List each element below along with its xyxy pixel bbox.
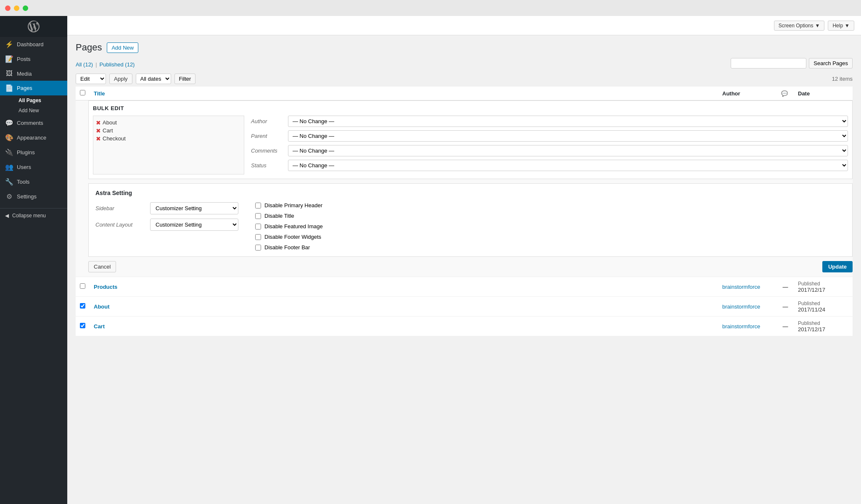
- checkbox-cart[interactable]: [80, 323, 85, 328]
- date-status-cart: Published: [798, 320, 820, 326]
- bulk-action-select[interactable]: Edit Delete: [76, 74, 106, 84]
- search-input[interactable]: [731, 58, 806, 69]
- sidebar-item-media[interactable]: 🖼 Media: [0, 66, 67, 81]
- row-checkbox-products: [76, 277, 90, 297]
- date-filter-select[interactable]: All dates: [136, 74, 171, 84]
- filter-all-link[interactable]: All (12): [76, 61, 93, 68]
- disable-primary-header-checkbox[interactable]: [255, 203, 261, 208]
- add-new-button[interactable]: Add New: [107, 42, 138, 53]
- bulk-field-parent: Parent — No Change —: [251, 130, 848, 142]
- close-button[interactable]: [5, 5, 11, 11]
- astra-checkbox-featured-image: Disable Featured Image: [255, 223, 323, 230]
- checkbox-products[interactable]: [80, 283, 85, 289]
- table-row: Cart brainstormforce — Published 2017/12…: [76, 317, 853, 336]
- filter-button[interactable]: Filter: [174, 74, 196, 84]
- parent-select[interactable]: — No Change —: [288, 130, 848, 142]
- select-all-checkbox[interactable]: [80, 90, 85, 95]
- bulk-page-name-cart: Cart: [103, 127, 113, 134]
- disable-title-label: Disable Title: [264, 213, 294, 219]
- col-header-checkbox: [76, 87, 90, 100]
- author-select[interactable]: — No Change —: [288, 116, 848, 127]
- author-link-about[interactable]: brainstormforce: [722, 303, 760, 310]
- row-title-cart: Cart: [90, 317, 718, 336]
- comments-icon: 💬: [5, 119, 13, 127]
- sidebar-item-comments[interactable]: 💬 Comments: [0, 116, 67, 130]
- bulk-page-name-about: About: [103, 119, 117, 126]
- sidebar-item-dashboard[interactable]: ⚡ Dashboard: [0, 37, 67, 52]
- update-button[interactable]: Update: [822, 261, 853, 272]
- sidebar-item-tools[interactable]: 🔧 Tools: [0, 174, 67, 189]
- row-date-about: Published 2017/11/24: [794, 297, 853, 317]
- sidebar-item-appearance-label: Appearance: [17, 135, 46, 141]
- minimize-button[interactable]: [14, 5, 19, 11]
- remove-about-icon[interactable]: ✖: [96, 120, 101, 126]
- date-value-about: 2017/11/24: [798, 306, 848, 313]
- apply-button[interactable]: Apply: [109, 74, 132, 84]
- collapse-menu[interactable]: ◀ Collapse menu: [0, 208, 67, 223]
- parent-label: Parent: [251, 133, 285, 139]
- help-arrow-icon: ▼: [845, 23, 850, 29]
- astra-sidebar-select[interactable]: Customizer Setting No Sidebar Left Sideb…: [150, 202, 238, 214]
- comments-select[interactable]: — No Change —: [288, 145, 848, 156]
- sidebar-item-settings-label: Settings: [17, 193, 37, 200]
- sidebar-item-pages-label: Pages: [17, 85, 32, 91]
- table-row: About brainstormforce — Published 2017/1…: [76, 297, 853, 317]
- topbar: Screen Options ▼ Help ▼: [67, 16, 861, 35]
- items-count: 12 items: [832, 76, 853, 82]
- sidebar-sub-pages: All Pages Add New: [0, 95, 67, 116]
- pages-table: Title Author 💬 Date: [76, 87, 853, 336]
- disable-footer-widgets-checkbox[interactable]: [255, 234, 261, 240]
- disable-featured-image-checkbox[interactable]: [255, 224, 261, 230]
- screen-options-button[interactable]: Screen Options ▼: [774, 21, 825, 31]
- sidebar-item-pages[interactable]: 📄 Pages: [0, 81, 67, 95]
- collapse-arrow-icon: ◀: [5, 213, 9, 219]
- page-link-cart[interactable]: Cart: [94, 323, 105, 330]
- sidebar-item-posts-label: Posts: [17, 56, 31, 62]
- sidebar: ⚡ Dashboard 📝 Posts 🖼 Media 📄 Pages All …: [0, 16, 67, 504]
- bulk-edit-title: BULK EDIT: [93, 105, 848, 111]
- comments-header-icon: 💬: [781, 90, 788, 97]
- filter-published-link[interactable]: Published (12): [100, 61, 135, 68]
- help-button[interactable]: Help ▼: [828, 21, 854, 31]
- status-select[interactable]: — No Change —: [288, 160, 848, 171]
- sidebar-item-settings[interactable]: ⚙ Settings: [0, 189, 67, 204]
- astra-sidebar-label: Sidebar: [95, 205, 146, 211]
- wordpress-logo: [0, 16, 67, 37]
- disable-footer-bar-checkbox[interactable]: [255, 245, 261, 251]
- sidebar-item-users[interactable]: 👥 Users: [0, 160, 67, 174]
- sidebar-item-posts[interactable]: 📝 Posts: [0, 52, 67, 66]
- checkbox-about[interactable]: [80, 303, 85, 309]
- astra-content-layout-row: Content Layout Customizer Setting Full W…: [95, 219, 238, 231]
- astra-right: Disable Primary Header Disable Title Dis…: [255, 202, 323, 251]
- author-link-cart[interactable]: brainstormforce: [722, 323, 760, 330]
- row-date-products: Published 2017/12/17: [794, 277, 853, 297]
- filter-top-row: All (12) | Published (12) Search Pages: [76, 58, 853, 71]
- col-header-date: Date: [794, 87, 853, 100]
- disable-title-checkbox[interactable]: [255, 213, 261, 219]
- maximize-button[interactable]: [23, 5, 28, 11]
- page-link-about[interactable]: About: [94, 303, 110, 310]
- wordpress-icon: [28, 21, 40, 32]
- bulk-edit-row: BULK EDIT ✖ About ✖: [76, 100, 853, 277]
- bulk-pages-list: ✖ About ✖ Cart ✖ Checkou: [93, 116, 244, 174]
- cancel-button[interactable]: Cancel: [88, 261, 116, 272]
- author-label: Author: [251, 118, 285, 124]
- astra-checkbox-title: Disable Title: [255, 213, 323, 219]
- col-header-title[interactable]: Title: [90, 87, 718, 100]
- page-link-products[interactable]: Products: [94, 284, 117, 290]
- sidebar-item-plugins[interactable]: 🔌 Plugins: [0, 145, 67, 160]
- sidebar-sub-add-new[interactable]: Add New: [15, 106, 67, 116]
- search-pages-button[interactable]: Search Pages: [809, 58, 853, 69]
- astra-inner: Sidebar Customizer Setting No Sidebar Le…: [95, 202, 845, 251]
- filter-separator: |: [95, 61, 97, 68]
- bulk-page-name-checkout: Checkout: [103, 135, 126, 142]
- titlebar: [0, 0, 861, 16]
- sidebar-sub-all-pages[interactable]: All Pages: [15, 95, 67, 106]
- remove-cart-icon[interactable]: ✖: [96, 128, 101, 134]
- sidebar-item-appearance[interactable]: 🎨 Appearance: [0, 130, 67, 145]
- screen-options-label: Screen Options: [779, 23, 813, 29]
- remove-checkout-icon[interactable]: ✖: [96, 136, 101, 142]
- disable-footer-bar-label: Disable Footer Bar: [264, 244, 310, 251]
- author-link-products[interactable]: brainstormforce: [722, 284, 760, 290]
- astra-content-layout-select[interactable]: Customizer Setting Full Width / Stretche…: [150, 219, 238, 231]
